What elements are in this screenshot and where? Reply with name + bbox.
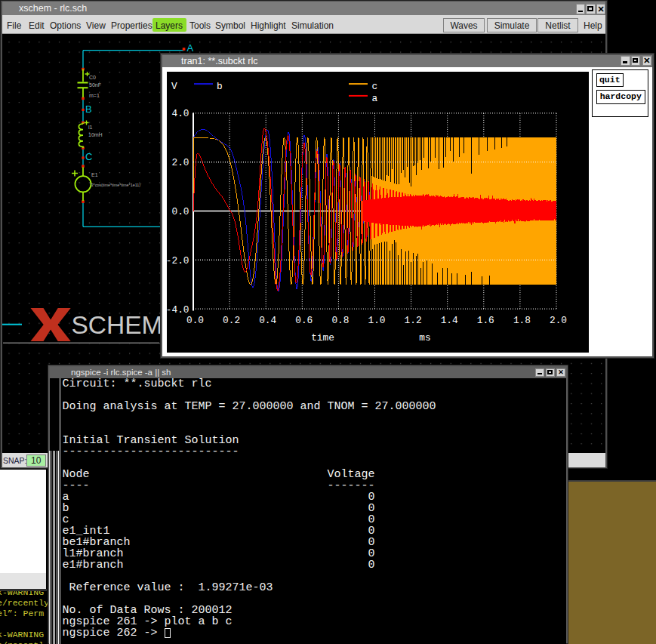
svg-text:1.0: 1.0 <box>368 315 385 326</box>
svg-text:ms: ms <box>419 331 430 343</box>
svg-text:2.0: 2.0 <box>171 157 189 168</box>
svg-text:SCHEM: SCHEM <box>72 311 163 339</box>
svg-text:C: C <box>85 151 92 162</box>
svg-text:B: B <box>85 103 92 115</box>
svg-text:0.2: 0.2 <box>223 315 240 326</box>
svg-text:50nF: 50nF <box>89 82 101 88</box>
svg-text:10mH: 10mH <box>88 132 103 137</box>
svg-text:time: time <box>311 331 334 343</box>
svg-text:0.0: 0.0 <box>186 315 204 326</box>
svg-text:1.8: 1.8 <box>513 315 531 326</box>
svg-text:V: V <box>171 81 177 92</box>
svg-text:1.4: 1.4 <box>441 315 458 326</box>
svg-text:4.0: 4.0 <box>171 108 189 119</box>
svg-text:0.0: 0.0 <box>171 206 189 217</box>
svg-text:m=1: m=1 <box>89 93 100 98</box>
svg-text:l1: l1 <box>88 125 93 130</box>
svg-text:0.6: 0.6 <box>295 315 313 326</box>
svg-text:b: b <box>217 81 223 92</box>
svg-text:-2.0: -2.0 <box>166 254 189 266</box>
svg-text:2.0: 2.0 <box>550 315 567 326</box>
svg-text:1.2: 1.2 <box>405 315 422 326</box>
svg-text:'3*cos(time*time*time*1e11)': '3*cos(time*time*time*1e11)' <box>91 183 142 187</box>
svg-text:-4.0: -4.0 <box>166 304 189 315</box>
svg-text:0.8: 0.8 <box>331 315 349 326</box>
svg-text:E1: E1 <box>91 172 98 177</box>
svg-text:a: a <box>372 92 378 103</box>
svg-text:c: c <box>372 81 378 92</box>
svg-text:A: A <box>187 42 194 54</box>
svg-text:1.6: 1.6 <box>477 315 494 326</box>
svg-text:0.4: 0.4 <box>259 315 276 326</box>
svg-text:C0: C0 <box>89 75 96 80</box>
